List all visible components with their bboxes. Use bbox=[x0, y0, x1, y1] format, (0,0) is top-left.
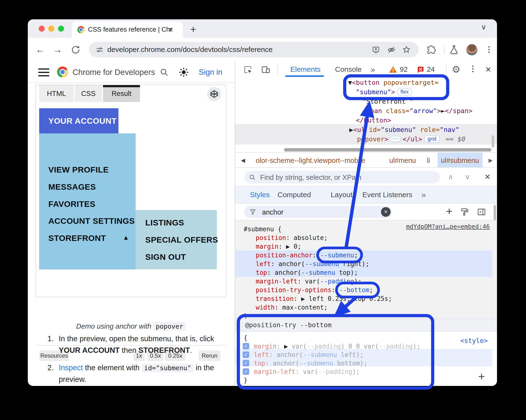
filter-input[interactable] bbox=[262, 206, 369, 219]
tree-line-button-close[interactable]: </button> bbox=[356, 116, 391, 125]
sign-in-link[interactable]: Sign in bbox=[199, 62, 223, 82]
browser-tab[interactable]: CSS features reference | Chr × bbox=[72, 21, 183, 38]
tree-vertical-scrollbar[interactable] bbox=[492, 135, 494, 147]
demo-tab-result[interactable]: Result bbox=[103, 85, 140, 102]
ptry-decl-margin-left[interactable]: margin-left: var(--padding); bbox=[254, 367, 360, 376]
site-title[interactable]: Chrome for Developers bbox=[72, 62, 155, 82]
extensions-icon[interactable] bbox=[426, 45, 436, 55]
tab-close-icon[interactable]: × bbox=[169, 21, 173, 38]
find-input-pill[interactable] bbox=[244, 171, 440, 183]
tree-horizontal-scrollbar[interactable] bbox=[284, 148, 491, 151]
inspect-element-icon[interactable] bbox=[243, 65, 252, 74]
breadcrumb-item-li[interactable]: li bbox=[427, 153, 430, 168]
error-count[interactable]: 24 bbox=[427, 62, 435, 77]
rule-decl-position[interactable]: position: absolute; bbox=[256, 233, 328, 242]
rule-decl-transition[interactable]: transition: ▶ left 0.25s, top 0.25s; bbox=[256, 294, 392, 303]
forward-button[interactable]: → bbox=[53, 45, 62, 54]
breadcrumb-item-body[interactable]: olor-scheme--light.viewport--mobile bbox=[256, 153, 365, 168]
tree-line-button-attr[interactable]: "submenu">flex bbox=[356, 87, 414, 97]
style-tag-link[interactable]: <style> bbox=[460, 337, 488, 344]
close-window-button[interactable] bbox=[39, 26, 45, 32]
bookmark-star-icon[interactable] bbox=[402, 45, 411, 54]
tree-line-span-arrow[interactable]: <span class="arrow">►</span> bbox=[362, 106, 472, 116]
tree-line-ul-open[interactable]: ▶<ul id="submenu" role="nav" bbox=[349, 125, 459, 134]
filter-pill[interactable] bbox=[244, 206, 392, 218]
rerun-button[interactable]: Rerun bbox=[199, 350, 221, 361]
ptry-decl-left[interactable]: left: anchor(--submenu left); bbox=[254, 350, 364, 359]
find-close-icon[interactable]: × bbox=[485, 168, 490, 186]
tree-line-ul-close[interactable]: popover>···</ul>grid == $0 bbox=[357, 134, 465, 144]
tab-elements[interactable]: Elements bbox=[290, 62, 321, 77]
sidebar-more-tabs-icon[interactable]: » bbox=[421, 187, 426, 202]
tree-line-storefront-text[interactable]: "Storefront " bbox=[362, 97, 413, 106]
your-account-button[interactable]: YOUR ACCOUNT bbox=[39, 108, 118, 133]
rule-source-link[interactable]: mdYdpOM?ani…pe=embed:46 bbox=[406, 223, 490, 230]
devtools-menu-icon[interactable] bbox=[470, 64, 475, 73]
settings-gear-icon[interactable]: ⚙ bbox=[452, 62, 460, 77]
rendering-paint-icon[interactable] bbox=[460, 207, 469, 217]
new-tab-button[interactable]: + bbox=[190, 21, 196, 38]
address-bar[interactable] bbox=[89, 42, 419, 57]
ptry-decl-top[interactable]: top: anchor(--submenu bottom); bbox=[254, 359, 367, 368]
rule-decl-top[interactable]: top: anchor(--submenu top); bbox=[256, 268, 358, 277]
back-button[interactable]: ← bbox=[36, 45, 45, 54]
ptry-checkbox-left[interactable]: ✓ bbox=[243, 351, 249, 358]
ptry-checkbox-top[interactable]: ✓ bbox=[243, 360, 249, 366]
menu-item-account-settings[interactable]: ACCOUNT SETTINGS bbox=[48, 216, 135, 226]
rule-decl-position-try-options[interactable]: position-try-options: --bottom; bbox=[256, 286, 373, 294]
codepen-button[interactable] bbox=[207, 87, 221, 101]
rule-decl-margin[interactable]: margin: ▶ 0; bbox=[256, 242, 301, 251]
breadcrumb-scroll-right-icon[interactable]: ▶ bbox=[488, 153, 493, 168]
device-toolbar-icon[interactable] bbox=[261, 65, 270, 74]
search-icon[interactable] bbox=[159, 67, 169, 77]
devtools-close-icon[interactable]: × bbox=[486, 62, 491, 77]
rule-decl-width[interactable]: width: max-content; bbox=[256, 303, 328, 312]
ptry-checkbox-margin-left[interactable]: ✓ bbox=[243, 368, 249, 375]
submenu-item-sign-out[interactable]: SIGN OUT bbox=[145, 252, 186, 262]
position-try-header-label[interactable]: @position-try --bottom bbox=[245, 319, 332, 331]
maximize-window-button[interactable] bbox=[58, 26, 64, 32]
site-settings-icon[interactable] bbox=[96, 46, 103, 54]
menu-item-messages[interactable]: MESSAGES bbox=[48, 182, 96, 192]
menu-item-favorites[interactable]: FAVORITES bbox=[48, 199, 95, 209]
breadcrumb-item-ul-submenu[interactable]: ul#submenu bbox=[441, 153, 479, 168]
warning-icon[interactable] bbox=[389, 66, 397, 74]
breadcrumb-scroll-left-icon[interactable]: ◀ bbox=[241, 153, 245, 168]
menu-item-storefront[interactable]: STOREFRONT bbox=[48, 233, 106, 243]
ptry-checkbox-margin[interactable]: ✓ bbox=[243, 343, 249, 350]
tab-search-icon[interactable]: ∨ bbox=[481, 23, 486, 31]
tab-layout[interactable]: Layout bbox=[331, 187, 353, 203]
tab-computed[interactable]: Computed bbox=[277, 187, 311, 203]
filter-clear-button[interactable]: × bbox=[381, 207, 391, 217]
rule-decl-left[interactable]: left: anchor(--submenu right); bbox=[256, 260, 369, 268]
submenu-item-special-offers[interactable]: SPECIAL OFFERS bbox=[145, 235, 218, 245]
install-icon[interactable] bbox=[372, 46, 380, 54]
eye-off-icon[interactable] bbox=[387, 46, 395, 54]
tab-event-listeners[interactable]: Event Listeners bbox=[362, 187, 412, 203]
demo-tab-html[interactable]: HTML bbox=[39, 85, 74, 102]
minimize-window-button[interactable] bbox=[48, 26, 54, 32]
profile-avatar[interactable] bbox=[466, 44, 477, 55]
warning-count[interactable]: 92 bbox=[400, 62, 408, 77]
tab-styles[interactable]: Styles bbox=[250, 187, 270, 203]
find-next-icon[interactable]: ∨ bbox=[465, 168, 470, 186]
find-input[interactable] bbox=[260, 171, 430, 184]
theme-sun-icon[interactable] bbox=[179, 67, 189, 77]
breadcrumb-item-ul-menu[interactable]: ul#menu bbox=[389, 153, 416, 168]
ptry-close-brace[interactable]: } bbox=[244, 376, 248, 384]
reload-button[interactable] bbox=[70, 44, 81, 55]
ptry-open-brace[interactable]: { bbox=[244, 333, 248, 342]
new-style-rule-button[interactable]: + bbox=[446, 203, 453, 219]
rule-selector-line[interactable]: #submenu { bbox=[244, 225, 282, 233]
tree-line-button-open[interactable]: ▼<button popovertarget= bbox=[348, 78, 438, 87]
demo-tab-css[interactable]: CSS bbox=[75, 85, 102, 102]
error-icon[interactable] bbox=[417, 66, 425, 73]
find-previous-icon[interactable]: ∧ bbox=[448, 168, 453, 186]
ptry-decl-margin[interactable]: margin: ▶ var(--padding) 0 0 var(--paddi… bbox=[254, 342, 420, 351]
browser-menu-button[interactable] bbox=[486, 45, 491, 56]
more-tabs-icon[interactable]: » bbox=[371, 62, 375, 77]
rule-decl-position-anchor[interactable]: position-anchor: --submenu; bbox=[256, 251, 358, 260]
menu-item-view-profile[interactable]: VIEW PROFILE bbox=[48, 165, 109, 174]
add-declaration-button[interactable]: + bbox=[478, 370, 485, 383]
sidebar-toggle-icon[interactable] bbox=[477, 207, 486, 217]
